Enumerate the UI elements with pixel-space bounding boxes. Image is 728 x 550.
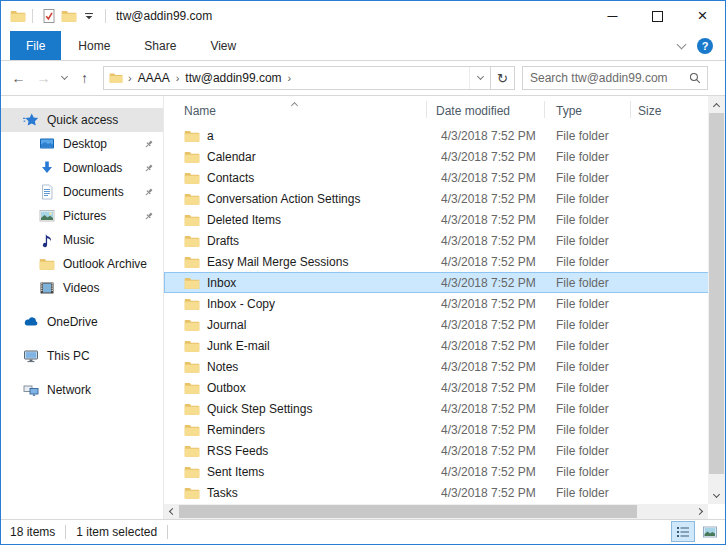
column-divider[interactable] [426,101,427,118]
expand-ribbon-icon[interactable] [677,39,687,49]
videos-icon [39,280,55,296]
search-input[interactable] [523,71,688,85]
documents-icon [39,184,55,200]
table-row-tasks[interactable]: Tasks4/3/2018 7:52 PMFile folder [164,482,725,503]
date-modified-cell: 4/3/2018 7:52 PM [426,444,544,458]
thumbnail-view-button[interactable] [698,521,722,542]
tab-file[interactable]: File [10,31,61,60]
sidebar-item-this-pc[interactable]: This PC [1,344,163,368]
new-folder-icon [61,8,77,24]
tab-view[interactable]: View [193,31,253,60]
type-cell: File folder [544,297,630,311]
address-box[interactable]: › AAAA › ttw@addin99.com › [103,66,491,90]
file-name-cell: Drafts [164,233,426,249]
search-icon[interactable] [688,71,702,85]
back-button[interactable]: ← [6,65,31,91]
date-modified-cell: 4/3/2018 7:52 PM [426,381,544,395]
vertical-scroll-thumb[interactable] [709,113,724,474]
file-name-label: Easy Mail Merge Sessions [207,255,348,269]
table-row-quick-step-settings[interactable]: Quick Step Settings4/3/2018 7:52 PMFile … [164,398,725,419]
quick-access-star-icon [23,112,39,128]
file-name-cell: Easy Mail Merge Sessions [164,254,426,270]
column-divider[interactable] [544,101,545,118]
sidebar-item-desktop[interactable]: Desktop [1,132,163,156]
table-row-rss-feeds[interactable]: RSS Feeds4/3/2018 7:52 PMFile folder [164,440,725,461]
table-row-drafts[interactable]: Drafts4/3/2018 7:52 PMFile folder [164,230,725,251]
up-icon: ↑ [81,70,88,86]
table-row-a[interactable]: a4/3/2018 7:52 PMFile folder [164,125,725,146]
sidebar-item-label: Documents [63,185,124,199]
tab-share[interactable]: Share [127,31,193,60]
horizontal-scrollbar[interactable] [164,504,708,519]
close-button[interactable]: × [680,1,725,31]
column-divider[interactable] [630,101,631,118]
scroll-down-button[interactable] [708,487,725,504]
column-header-name[interactable]: Name [164,96,426,125]
column-header-type-label: Type [556,104,582,118]
file-name-label: Calendar [207,150,256,164]
table-row-inbox[interactable]: Inbox4/3/2018 7:52 PMFile folder [164,272,725,293]
table-row-outbox[interactable]: Outbox4/3/2018 7:52 PMFile folder [164,377,725,398]
maximize-button[interactable] [635,1,680,31]
recent-locations-button[interactable] [56,65,72,91]
details-view-button[interactable] [671,521,695,542]
file-name-cell: Reminders [164,422,426,438]
navigation-pane: Quick accessDesktopDownloadsDocumentsPic… [1,96,164,519]
column-header-type[interactable]: Type [544,96,630,125]
horizontal-scroll-thumb[interactable] [179,505,637,518]
sidebar-item-pictures[interactable]: Pictures [1,204,163,228]
sidebar-item-music[interactable]: Music [1,228,163,252]
up-button[interactable]: ↑ [72,65,97,91]
sidebar-item-documents[interactable]: Documents [1,180,163,204]
table-row-contacts[interactable]: Contacts4/3/2018 7:52 PMFile folder [164,167,725,188]
sidebar-item-downloads[interactable]: Downloads [1,156,163,180]
sidebar-item-onedrive[interactable]: OneDrive [1,310,163,334]
qat-new-folder-button[interactable] [59,5,79,27]
table-row-conversation-action-settings[interactable]: Conversation Action Settings4/3/2018 7:5… [164,188,725,209]
qat-customize-button[interactable] [79,5,99,27]
vertical-scrollbar[interactable] [708,96,725,504]
sidebar-item-quick-access[interactable]: Quick access [1,108,163,132]
table-row-reminders[interactable]: Reminders4/3/2018 7:52 PMFile folder [164,419,725,440]
table-row-junk-e-mail[interactable]: Junk E-mail4/3/2018 7:52 PMFile folder [164,335,725,356]
table-row-sent-items[interactable]: Sent Items4/3/2018 7:52 PMFile folder [164,461,725,482]
table-row-calendar[interactable]: Calendar4/3/2018 7:52 PMFile folder [164,146,725,167]
file-name-cell: Contacts [164,170,426,186]
folder-icon [184,191,200,207]
column-header-size[interactable]: Size [630,96,708,125]
file-name-label: Inbox [207,276,236,290]
sidebar-item-videos[interactable]: Videos [1,276,163,300]
sidebar-item-outlook-archive[interactable]: Outlook Archive [1,252,163,276]
tab-home[interactable]: Home [61,31,127,60]
forward-button[interactable]: → [31,65,56,91]
scroll-right-button[interactable] [693,504,708,519]
pictures-icon [39,208,55,224]
pin-icon [142,186,155,199]
customize-qat-icon [82,9,96,23]
scroll-up-button[interactable] [708,96,725,113]
titlebar-separator [105,9,106,23]
music-icon [39,232,55,248]
table-row-journal[interactable]: Journal4/3/2018 7:52 PMFile folder [164,314,725,335]
address-dropdown-button[interactable] [469,67,490,89]
table-row-notes[interactable]: Notes4/3/2018 7:52 PMFile folder [164,356,725,377]
breadcrumb-item-aaaa[interactable]: AAAA [138,71,170,85]
table-row-deleted-items[interactable]: Deleted Items4/3/2018 7:52 PMFile folder [164,209,725,230]
sidebar-item-label: Videos [63,281,99,295]
date-modified-cell: 4/3/2018 7:52 PM [426,486,544,500]
sidebar-item-network[interactable]: Network [1,378,163,402]
qat-properties-button[interactable] [39,5,59,27]
scroll-left-button[interactable] [164,504,179,519]
breadcrumb-item-current[interactable]: ttw@addin99.com [185,71,281,85]
file-name-label: Conversation Action Settings [207,192,360,206]
help-button[interactable]: ? [697,38,713,54]
column-header-date-modified[interactable]: Date modified [426,96,544,125]
date-modified-cell: 4/3/2018 7:52 PM [426,297,544,311]
refresh-button[interactable]: ↻ [491,66,515,90]
minimize-button[interactable]: ─ [590,1,635,31]
folder-icon [184,422,200,438]
refresh-icon: ↻ [497,71,508,86]
column-header-name-label: Name [184,104,216,118]
table-row-easy-mail-merge-sessions[interactable]: Easy Mail Merge Sessions4/3/2018 7:52 PM… [164,251,725,272]
table-row-inbox-copy[interactable]: Inbox - Copy4/3/2018 7:52 PMFile folder [164,293,725,314]
